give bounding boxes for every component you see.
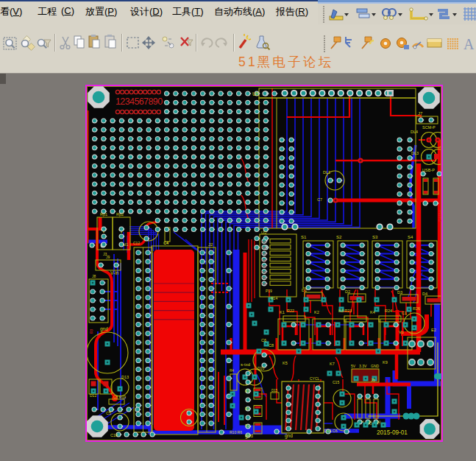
svg-text:C1: C1 xyxy=(402,311,407,315)
svg-text:DL4: DL4 xyxy=(411,130,418,134)
svg-text:R10 R6: R10 R6 xyxy=(230,430,242,434)
svg-text:R9: R9 xyxy=(89,329,93,334)
svg-text:gnd: gnd xyxy=(285,433,293,439)
svg-text:S3: S3 xyxy=(372,235,378,239)
svg-text:J2: J2 xyxy=(208,242,213,247)
svg-text:E2: E2 xyxy=(431,328,436,332)
svg-text:C6: C6 xyxy=(261,338,266,342)
svg-text:D10: D10 xyxy=(257,366,264,370)
svg-text:D3: D3 xyxy=(397,290,402,295)
svg-text:Rp2: Rp2 xyxy=(116,212,124,217)
svg-text:C12: C12 xyxy=(133,241,140,245)
svg-text:C8: C8 xyxy=(269,343,274,348)
svg-text:s-txd: s-txd xyxy=(241,362,250,367)
svg-text:1234567890: 1234567890 xyxy=(116,96,163,107)
svg-text:R24: R24 xyxy=(385,309,392,313)
svg-text:A: A xyxy=(463,36,475,52)
svg-text:R3: R3 xyxy=(245,390,249,393)
svg-text:D13: D13 xyxy=(121,375,129,379)
svg-text:U2: U2 xyxy=(261,230,267,235)
svg-text:S1: S1 xyxy=(301,235,307,239)
svg-text:PJ4: PJ4 xyxy=(261,258,267,262)
svg-text:3.3V: 3.3V xyxy=(359,364,367,368)
svg-text:J5: J5 xyxy=(371,378,375,382)
svg-text:C5: C5 xyxy=(106,411,111,415)
svg-text:R2: R2 xyxy=(368,420,372,425)
svg-text:J3: J3 xyxy=(103,252,107,256)
svg-text:C15: C15 xyxy=(333,380,339,384)
svg-text:K5: K5 xyxy=(283,361,288,365)
svg-text:C8 R19: C8 R19 xyxy=(113,395,126,399)
svg-text:DL3: DL3 xyxy=(411,151,419,155)
svg-text:gnd: gnd xyxy=(245,433,253,439)
svg-text:K4: K4 xyxy=(370,310,375,314)
svg-text:PJ2: PJ2 xyxy=(261,270,267,274)
svg-text:CYCL: CYCL xyxy=(310,376,320,381)
svg-text:D15: D15 xyxy=(271,389,278,393)
svg-text:C7: C7 xyxy=(317,197,322,202)
svg-text:K2: K2 xyxy=(314,310,319,314)
svg-text:U1: U1 xyxy=(123,242,129,247)
svg-text:Rp1: Rp1 xyxy=(100,212,107,217)
svg-text:PJ3: PJ3 xyxy=(261,264,267,268)
svg-text:J8: J8 xyxy=(92,274,96,278)
svg-text:K1: K1 xyxy=(280,310,285,314)
svg-text:C13 C6: C13 C6 xyxy=(324,429,338,433)
svg-text:R2: R2 xyxy=(245,407,249,411)
svg-text:R14: R14 xyxy=(271,296,277,300)
svg-text:D12: D12 xyxy=(90,393,96,398)
svg-text:D2: D2 xyxy=(345,289,350,294)
svg-text:PJ7: PJ7 xyxy=(261,240,267,244)
svg-text:R4: R4 xyxy=(230,369,234,373)
svg-text:K7: K7 xyxy=(330,362,335,366)
svg-text:USB-P: USB-P xyxy=(422,168,435,172)
svg-text:R26: R26 xyxy=(413,306,420,311)
svg-text:T: T xyxy=(360,420,363,423)
svg-text:V-in: V-in xyxy=(110,270,119,275)
svg-text:2015-09-01: 2015-09-01 xyxy=(377,429,408,436)
svg-text:DL1: DL1 xyxy=(323,170,330,175)
svg-text:PJ1: PJ1 xyxy=(261,276,267,280)
svg-text:S2: S2 xyxy=(336,235,342,239)
svg-text:C4: C4 xyxy=(163,241,168,245)
svg-text:U5: U5 xyxy=(252,91,259,96)
svg-text:GND: GND xyxy=(371,364,380,368)
svg-text:Vp: Vp xyxy=(399,330,404,334)
svg-text:SCM-P: SCM-P xyxy=(422,125,436,130)
svg-text:P19: P19 xyxy=(266,289,272,293)
svg-text:J7: J7 xyxy=(418,111,423,116)
svg-text:R22: R22 xyxy=(287,309,294,313)
svg-text:K3 R23: K3 R23 xyxy=(338,309,352,313)
svg-text:C10: C10 xyxy=(110,433,118,437)
svg-text:K9: K9 xyxy=(383,360,388,365)
svg-text:PJ5: PJ5 xyxy=(261,252,267,256)
svg-text:P1: P1 xyxy=(245,424,249,428)
svg-text:D1: D1 xyxy=(302,288,307,292)
svg-text:gnd: gnd xyxy=(100,326,108,332)
svg-text:R1: R1 xyxy=(377,420,380,425)
svg-text:S4: S4 xyxy=(408,235,413,239)
svg-text:PJ0: PJ0 xyxy=(261,282,267,286)
svg-text:PJ6: PJ6 xyxy=(261,246,267,250)
svg-text:5V: 5V xyxy=(351,364,356,368)
svg-text:D4: D4 xyxy=(422,292,427,296)
